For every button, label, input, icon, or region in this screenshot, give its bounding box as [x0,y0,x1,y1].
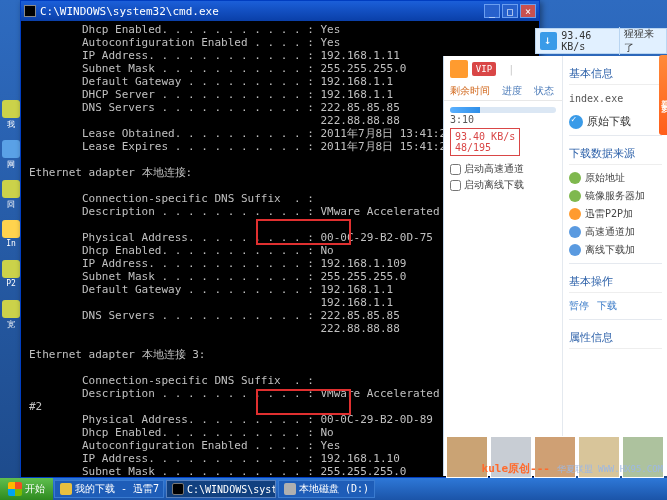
side-promo-tab[interactable]: 新看 更多 [659,55,667,135]
taskbar-item-disk[interactable]: 本地磁盘 (D:) [278,480,375,498]
tab-progress[interactable]: 进度 [496,82,528,100]
divider-icon: | [508,63,515,76]
source-highspeed[interactable]: 高速通道加 [569,223,662,241]
checkbox-highspeed[interactable] [450,164,461,175]
tab-status[interactable]: 状态 [528,82,560,100]
opt-highspeed[interactable]: 启动高速通道 [450,162,556,176]
desktop-icon[interactable]: 网 [2,140,20,174]
cmd-title: C:\WINDOWS\system32\cmd.exe [40,5,482,18]
speed-count-box: 93.40 KB/s 48/195 [450,128,520,156]
cmd-icon [24,5,36,17]
section-basic-info: 基本信息 [569,60,662,85]
section-ops: 基本操作 [569,268,662,293]
start-button[interactable]: 开始 [0,478,53,500]
download-panel: VIP | 剩余时间 进度 状态 3:10 93.40 KB/s 48/195 … [443,56,667,476]
minimize-button[interactable]: _ [484,4,500,18]
opt-offline[interactable]: 启动离线下载 [450,178,556,192]
section-sources: 下载数据来源 [569,140,662,165]
cmd-titlebar[interactable]: C:\WINDOWS\system32\cmd.exe _ □ × [21,1,539,21]
desktop-icon[interactable]: 回 [2,180,20,214]
taskbar: 开始 我的下载 - 迅雷7 C:\WINDOWS\system32... 本地磁… [0,478,667,500]
file-name: index.exe [569,89,662,108]
checkbox-offline[interactable] [450,180,461,191]
desktop-icon[interactable]: P2 [2,260,20,294]
time-remaining: 3:10 [450,114,474,125]
source-mirror[interactable]: 镜像服务器加 [569,187,662,205]
watermark: kule原创--- 华夏联盟 WWW.HX95.COM [482,461,663,476]
source-original[interactable]: 原始地址 [569,169,662,187]
download-tabs: 剩余时间 进度 状态 [444,82,562,101]
desktop-icon[interactable]: 宽 [2,300,20,334]
desktop-icon[interactable]: In [2,220,20,254]
toggle-original-download[interactable]: 原始下载 [569,114,662,129]
taskbar-item-xunlei[interactable]: 我的下载 - 迅雷7 [54,480,164,498]
top-label: 猩猩来了 [619,27,666,55]
current-speed: 93.40 KB/s [455,131,515,142]
maximize-button[interactable]: □ [502,4,518,18]
download-arrow-icon [540,32,557,50]
tab-time[interactable]: 剩余时间 [444,82,496,100]
source-p2p[interactable]: 迅雷P2P加 [569,205,662,223]
close-button[interactable]: × [520,4,536,18]
windows-logo-icon [8,482,22,496]
taskbar-item-cmd[interactable]: C:\WINDOWS\system32... [166,480,276,498]
source-offline[interactable]: 离线下载加 [569,241,662,259]
progress-bar [450,107,556,113]
download-speed-strip: 93.46 KB/s 猩猩来了 [535,28,667,54]
chunk-count: 48/195 [455,142,515,153]
toggle-switch-icon[interactable] [569,115,583,129]
play-icon[interactable] [450,60,468,78]
section-props: 属性信息 [569,324,662,349]
desktop-icon[interactable]: 我 [2,100,20,134]
download-header: VIP | [444,56,562,80]
op-pause[interactable]: 暂停 [569,299,589,313]
top-speed: 93.46 KB/s [561,30,619,52]
op-download[interactable]: 下载 [597,299,617,313]
vip-badge[interactable]: VIP [472,62,496,76]
